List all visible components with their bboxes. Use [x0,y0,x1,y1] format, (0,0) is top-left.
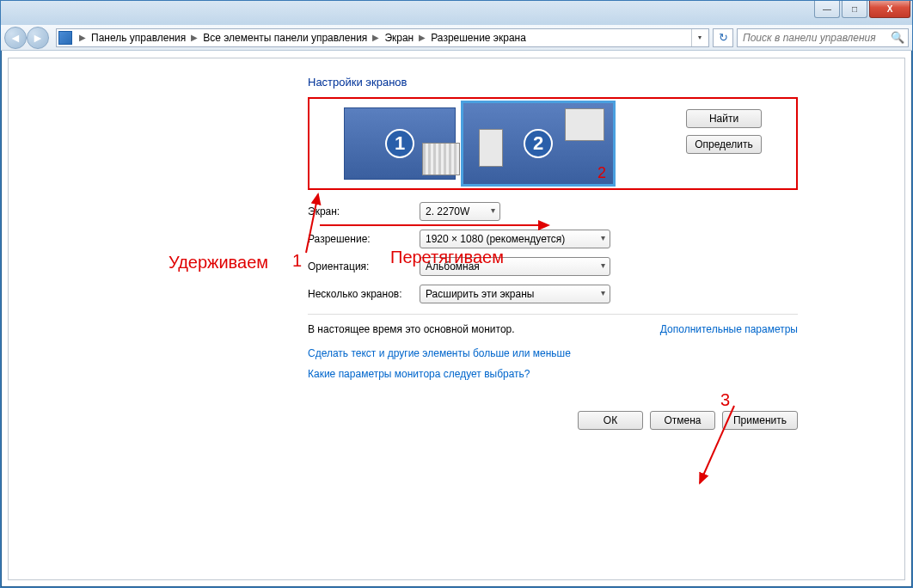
cancel-button[interactable]: Отмена [650,411,715,430]
search-box[interactable]: 🔍 [737,28,909,47]
refresh-button[interactable]: ↻ [713,28,733,47]
address-bar[interactable]: ▶ Панель управления ▶ Все элементы панел… [56,28,709,47]
back-button[interactable]: ◄ [4,27,27,49]
maximize-button[interactable]: □ [842,1,867,18]
dialog-buttons: ОК Отмена Применить [308,411,798,430]
orientation-label: Ориентация: [308,260,420,273]
detect-button[interactable]: Определить [686,135,762,154]
fields-group: Экран: 2. 2270W Разрешение: 1920 × 1080 … [308,202,720,303]
screen-dropdown[interactable]: 2. 2270W [420,202,500,221]
window-icon [565,108,604,141]
ok-button[interactable]: ОК [578,411,643,430]
titlebar: — □ X [1,1,912,25]
find-button[interactable]: Найти [686,109,762,128]
display-settings-panel: Настройки экранов 1 2 2 Найти Опреде [9,58,904,430]
close-button[interactable]: X [869,1,910,18]
display-arrangement-box: 1 2 2 Найти Определить [308,97,798,190]
forward-button[interactable]: ► [27,27,49,49]
which-settings-link[interactable]: Какие параметры монитора следует выбрать… [308,368,702,380]
breadcrumb[interactable]: Экран [381,32,417,44]
minimize-button[interactable]: — [814,1,840,18]
annotation-corner-2: 2 [597,164,606,182]
address-dropdown[interactable]: ▾ [691,29,707,46]
primary-monitor-status: В настоящее время это основной монитор. [308,323,515,335]
window-controls: — □ X [814,1,910,18]
chevron-icon: ▶ [417,33,427,42]
chevron-icon: ▶ [77,33,88,42]
control-panel-icon [58,31,72,45]
resolution-label: Разрешение: [308,233,420,245]
resize-text-link[interactable]: Сделать текст и другие элементы больше и… [308,347,702,359]
advanced-settings-link[interactable]: Дополнительные параметры [660,323,798,335]
search-input[interactable] [741,31,891,45]
breadcrumb[interactable]: Разрешение экрана [427,32,530,44]
chevron-icon: ▶ [189,33,199,42]
apply-button[interactable]: Применить [722,411,798,430]
nav-arrows: ◄ ► [4,27,49,49]
breadcrumb[interactable]: Панель управления [88,32,189,44]
breadcrumb[interactable]: Все элементы панели управления [199,32,371,44]
window-icon [422,143,460,175]
window-icon [479,129,503,167]
multiple-displays-dropdown[interactable]: Расширить эти экраны [420,285,610,303]
screen-label: Экран: [308,205,420,217]
monitor-1[interactable]: 1 [344,107,456,180]
chevron-icon: ▶ [371,33,381,42]
monitor-2-number: 2 [524,129,553,158]
multiple-displays-label: Несколько экранов: [308,288,420,300]
orientation-dropdown[interactable]: Альбомная [420,257,610,276]
resolution-dropdown[interactable]: 1920 × 1080 (рекомендуется) [420,230,610,248]
content-area: Настройки экранов 1 2 2 Найти Опреде [8,58,905,580]
search-icon: 🔍 [891,31,904,44]
monitor-1-number: 1 [385,129,414,158]
explorer-window: — □ X ◄ ► ▶ Панель управления ▶ Все элем… [0,0,913,588]
navbar: ◄ ► ▶ Панель управления ▶ Все элементы п… [1,25,912,51]
divider [308,314,798,315]
monitor-2[interactable]: 2 2 [461,101,616,187]
page-title: Настройки экранов [211,76,702,89]
